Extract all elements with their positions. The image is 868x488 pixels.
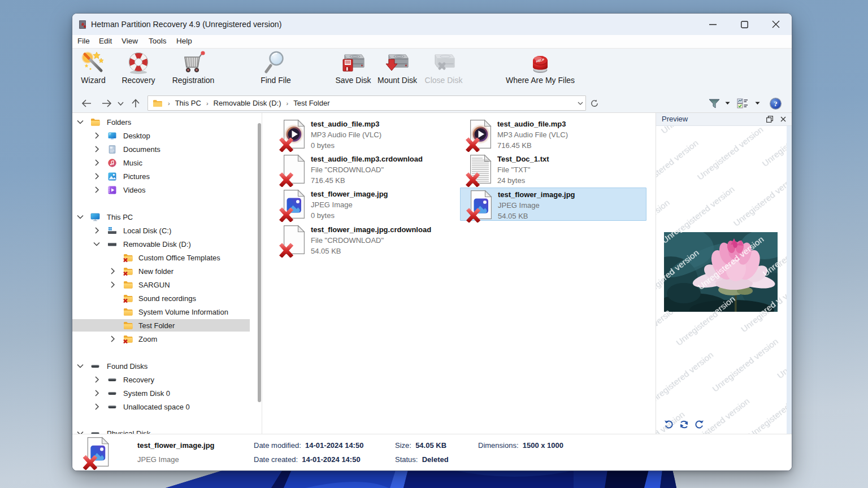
svg-text:?: ? — [774, 99, 778, 108]
